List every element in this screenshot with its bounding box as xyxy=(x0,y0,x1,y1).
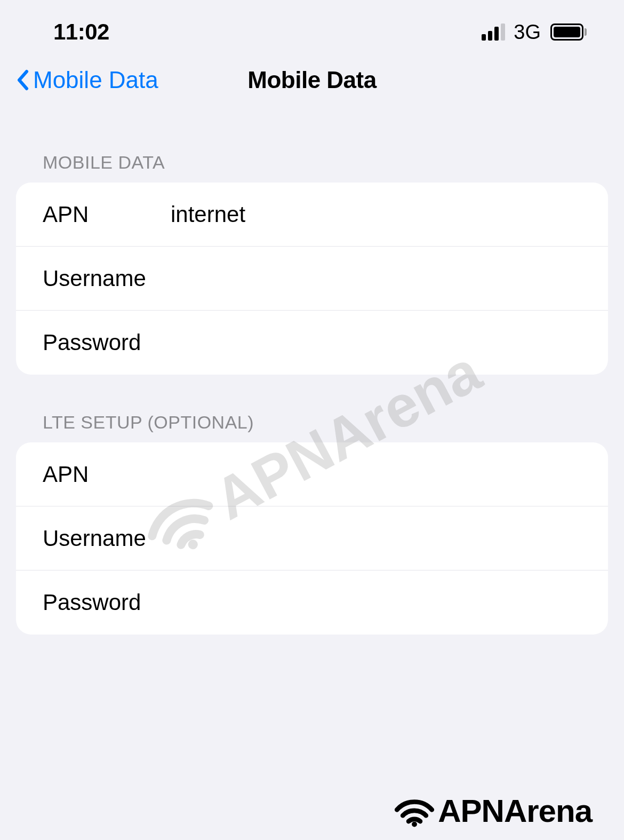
back-label: Mobile Data xyxy=(33,67,158,93)
wifi-icon xyxy=(393,795,436,827)
row-lte-apn[interactable]: APN xyxy=(16,442,608,506)
page-title: Mobile Data xyxy=(247,67,376,93)
label-username: Username xyxy=(43,266,171,291)
label-lte-apn: APN xyxy=(43,462,171,487)
chevron-left-icon xyxy=(16,69,29,91)
label-password: Password xyxy=(43,330,171,355)
status-bar: 11:02 3G xyxy=(0,0,624,59)
group-lte-setup: APN Username Password xyxy=(16,442,608,635)
group-mobile-data: APN Username Password xyxy=(16,183,608,375)
lte-password-input[interactable] xyxy=(171,590,581,615)
section-header-mobile-data: Mobile Data xyxy=(0,115,624,183)
label-lte-username: Username xyxy=(43,526,171,551)
battery-icon xyxy=(550,23,587,41)
row-apn[interactable]: APN xyxy=(16,183,608,247)
status-right: 3G xyxy=(482,21,587,44)
row-lte-username[interactable]: Username xyxy=(16,506,608,570)
username-input[interactable] xyxy=(171,266,581,291)
lte-username-input[interactable] xyxy=(171,526,581,551)
footer-brand-text: APNArena xyxy=(438,793,592,829)
row-password[interactable]: Password xyxy=(16,311,608,375)
apn-input[interactable] xyxy=(171,202,581,227)
footer-brand: APNArena xyxy=(393,793,592,829)
row-lte-password[interactable]: Password xyxy=(16,570,608,635)
label-lte-password: Password xyxy=(43,590,171,615)
svg-point-1 xyxy=(412,821,417,827)
network-type: 3G xyxy=(514,21,541,44)
label-apn: APN xyxy=(43,202,171,227)
status-time: 11:02 xyxy=(53,19,109,45)
password-input[interactable] xyxy=(171,330,581,355)
back-button[interactable]: Mobile Data xyxy=(16,67,158,93)
row-username[interactable]: Username xyxy=(16,247,608,311)
section-header-lte-setup: LTE Setup (Optional) xyxy=(0,375,624,442)
nav-bar: Mobile Data Mobile Data xyxy=(0,59,624,115)
lte-apn-input[interactable] xyxy=(171,462,581,487)
signal-icon xyxy=(482,23,505,41)
